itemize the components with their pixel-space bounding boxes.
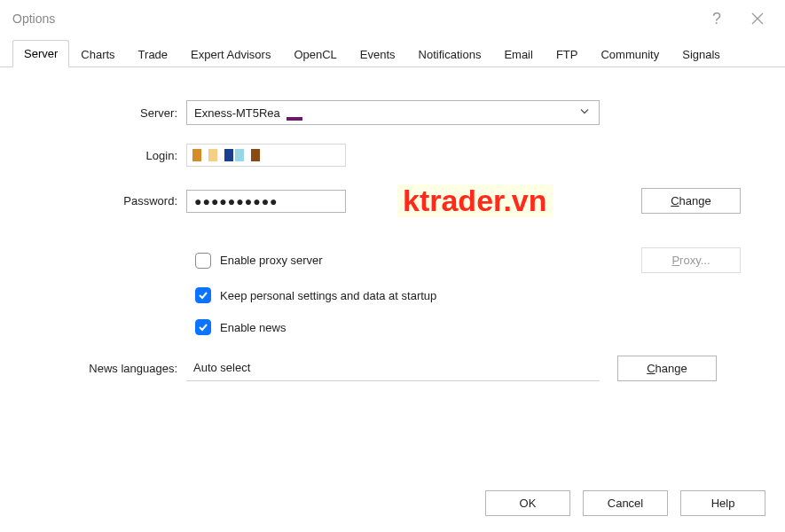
tab-events[interactable]: Events xyxy=(349,41,407,67)
tab-signals[interactable]: Signals xyxy=(671,41,732,67)
server-redaction-bar xyxy=(287,117,302,121)
login-label: Login: xyxy=(18,149,186,162)
server-value: Exness-MT5Rea xyxy=(194,106,280,120)
tab-trade[interactable]: Trade xyxy=(127,41,179,67)
enable-proxy-checkbox[interactable] xyxy=(195,253,211,269)
password-mask: ●●●●●●●●●● xyxy=(194,194,279,208)
watermark-text: ktrader.vn xyxy=(397,184,553,217)
help-button[interactable]: Help xyxy=(680,490,765,516)
enable-news-row: Enable news xyxy=(195,317,767,337)
proxy-button: Proxy... xyxy=(641,247,741,273)
news-languages-label: News languages: xyxy=(18,362,186,375)
server-combo[interactable]: Exness-MT5Rea xyxy=(186,100,600,125)
enable-proxy-label: Enable proxy server xyxy=(220,254,323,267)
tab-opencl[interactable]: OpenCL xyxy=(282,41,348,67)
tab-email[interactable]: Email xyxy=(492,41,545,67)
server-row: Server: Exness-MT5Rea xyxy=(18,99,767,126)
tab-server[interactable]: Server xyxy=(12,40,69,67)
keep-settings-checkbox[interactable] xyxy=(195,287,211,303)
password-row: Password: ●●●●●●●●●● ktrader.vn Change xyxy=(18,184,767,217)
news-languages-value: Auto select xyxy=(193,361,250,374)
cancel-button[interactable]: Cancel xyxy=(583,490,668,516)
keep-settings-row: Keep personal settings and data at start… xyxy=(195,286,767,305)
chevron-down-icon xyxy=(579,106,590,120)
password-field[interactable]: ●●●●●●●●●● xyxy=(186,190,346,213)
tab-notifications[interactable]: Notifications xyxy=(407,41,493,67)
server-panel: Server: Exness-MT5Rea Login: Password: ●… xyxy=(0,67,785,482)
tab-strip: Server Charts Trade Expert Advisors Open… xyxy=(0,37,785,67)
close-icon[interactable] xyxy=(737,1,778,36)
tab-community[interactable]: Community xyxy=(589,41,671,67)
enable-news-checkbox[interactable] xyxy=(195,319,211,335)
tab-ftp[interactable]: FTP xyxy=(545,41,590,67)
help-icon[interactable]: ? xyxy=(696,1,737,36)
login-field[interactable] xyxy=(186,144,346,167)
tab-charts[interactable]: Charts xyxy=(69,41,126,67)
enable-proxy-row: Enable proxy server Proxy... xyxy=(195,247,767,273)
titlebar: Options ? xyxy=(0,0,785,37)
keep-settings-label: Keep personal settings and data at start… xyxy=(220,289,436,302)
news-languages-row: News languages: Auto select Change xyxy=(18,355,767,381)
server-label: Server: xyxy=(18,106,186,120)
login-row: Login: xyxy=(18,142,767,168)
dialog-footer: OK Cancel Help xyxy=(0,482,785,532)
options-window: Options ? Server Charts Trade Expert Adv… xyxy=(0,0,785,532)
enable-news-label: Enable news xyxy=(220,321,286,334)
window-title: Options xyxy=(12,12,55,26)
ok-button[interactable]: OK xyxy=(485,490,570,516)
password-label: Password: xyxy=(18,194,186,207)
news-languages-field: Auto select xyxy=(186,356,600,381)
tab-expert-advisors[interactable]: Expert Advisors xyxy=(179,41,282,67)
change-password-button[interactable]: Change xyxy=(641,188,741,214)
change-news-languages-button[interactable]: Change xyxy=(617,356,717,381)
